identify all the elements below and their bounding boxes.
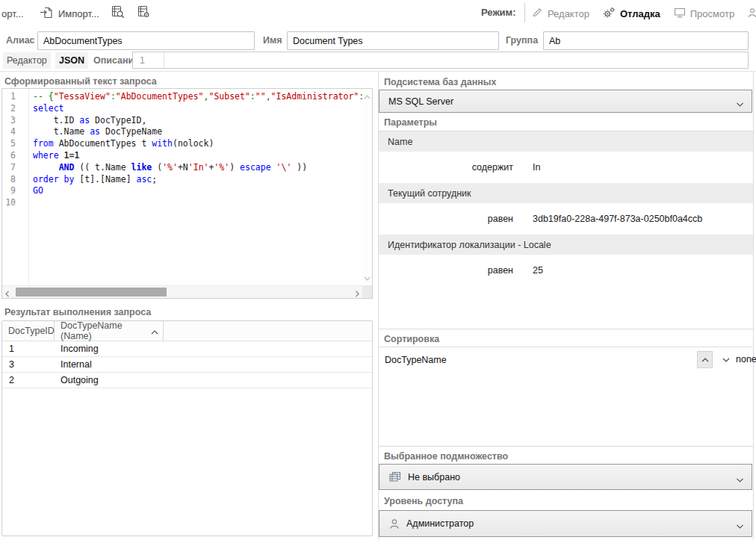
query-settings-button[interactable] [137, 4, 152, 23]
scroll-down-icon[interactable] [364, 273, 371, 283]
mode-button-label: Редактор [548, 8, 589, 19]
column-label: DocTypeID [8, 326, 55, 336]
code-line: t.Name as DocTypeName [33, 126, 362, 138]
monitor-icon [674, 7, 686, 20]
table-row[interactable]: 2Outgoing [2, 373, 372, 388]
tab-editor[interactable]: Редактор [3, 52, 51, 69]
code-line: AND (( t.Name like ('%'+N'In'+'%') escap… [33, 162, 362, 174]
export-button-label: орт... [1, 8, 24, 19]
line-number: 4 [2, 126, 16, 138]
sort-ascending-button[interactable] [697, 351, 713, 368]
cell-doctypeid: 2 [2, 375, 55, 385]
line-number: 2 [2, 103, 16, 115]
code-line: select [33, 103, 362, 115]
import-button[interactable]: Импорт... [39, 4, 99, 23]
alias-value: AbDocumentTypes [43, 36, 123, 46]
code-line: -- {"TessaView":"AbDocumentTypes","Subse… [33, 91, 362, 103]
parameter-row: равен3db19fa0-228a-497f-873a-0250bf0a4cc… [379, 203, 753, 235]
parameter-operator: содержит [379, 162, 513, 173]
cell-doctypeid: 1 [2, 344, 55, 354]
line-number: 10 [2, 197, 16, 209]
mode-button-label: Просмотр [690, 8, 734, 19]
toolbar-divider [524, 3, 525, 22]
group-value: Ab [549, 36, 560, 46]
line-number: 7 [2, 162, 16, 174]
result-table: DocTypeID DocTypeName (Name) 1Incoming3I… [1, 320, 373, 536]
scrollbar-thumb[interactable] [16, 288, 167, 297]
query-title: Сформированный текст запроса [4, 76, 157, 87]
parameter-group-header: Name [379, 131, 753, 152]
alias-input[interactable]: AbDocumentTypes [37, 31, 255, 50]
cell-doctypename: Outgoing [55, 375, 99, 385]
toolbar: орт... Импорт... Режим: РедакторОтладкаП… [0, 0, 756, 27]
parameter-operator: равен [379, 214, 513, 224]
access-level-dropdown[interactable]: Администратор [379, 510, 752, 537]
sorting-row: DocTypeName none [379, 350, 753, 370]
sql-code[interactable]: -- {"TessaView":"AbDocumentTypes","Subse… [31, 89, 362, 285]
alias-label: Алиас [6, 35, 35, 46]
cell-doctypename: Incoming [55, 344, 99, 354]
result-title: Результат выполнения запроса [4, 307, 151, 317]
sorting-direction-value: none [736, 354, 756, 364]
line-number: 1 [2, 91, 16, 103]
result-table-header: DocTypeID DocTypeName (Name) [2, 321, 372, 341]
code-line: order by [t].[Name] asc; [33, 174, 362, 186]
database-search-icon [111, 5, 126, 22]
group-input[interactable]: Ab [543, 31, 749, 50]
parameters-list: NameсодержитInТекущий сотрудникравен3db1… [379, 131, 753, 329]
table-row[interactable]: 1Incoming [2, 341, 372, 357]
parameter-row: равен25 [379, 255, 753, 286]
line-numbers: 12345678910 [2, 89, 29, 285]
export-button[interactable]: орт... [1, 4, 24, 23]
code-line: t.ID as DocTypeID, [33, 115, 362, 127]
scrollbar-corner [362, 285, 372, 298]
line-number: 8 [2, 174, 16, 186]
parameter-value: 3db19fa0-228a-497f-873a-0250bf0a4ccb [533, 214, 702, 224]
name-input[interactable]: Document Types [287, 31, 499, 50]
import-button-label: Импорт... [58, 8, 99, 19]
sql-editor[interactable]: 12345678910 -- {"TessaView":"AbDocumentT… [1, 88, 373, 299]
column-header-doctypeid[interactable]: DocTypeID [2, 321, 55, 341]
database-subsystem-label: Подсистема баз данных [384, 77, 496, 87]
mode-button-monitor[interactable]: Просмотр [674, 7, 734, 20]
chevron-up-icon [151, 326, 158, 337]
scroll-left-icon[interactable] [4, 289, 10, 300]
parameter-value: 25 [533, 265, 543, 276]
sorting-panel: DocTypeName none [379, 347, 753, 447]
selected-subset-dropdown[interactable]: Не выбрано [379, 464, 752, 490]
mode-button-pencil[interactable]: Редактор [532, 7, 589, 20]
line-number: 5 [2, 138, 16, 150]
scroll-up-icon[interactable] [364, 91, 371, 102]
tab-json[interactable]: JSON [55, 52, 88, 69]
mode-button-label: Отладка [620, 8, 660, 19]
code-line: GO [33, 185, 362, 197]
database-subsystem-dropdown[interactable]: MS SQL Server [379, 90, 752, 113]
scroll-right-icon[interactable] [354, 289, 360, 300]
subset-table-icon [388, 471, 402, 482]
test-query-button[interactable] [111, 4, 126, 23]
parameter-group-header: Текущий сотрудник [379, 183, 753, 203]
mode-button-gears[interactable]: Отладка [603, 7, 660, 21]
view-editor-window: орт... Импорт... Режим: РедакторОтладкаП… [0, 0, 756, 540]
parameter-value: In [533, 162, 540, 173]
name-value: Document Types [293, 36, 363, 46]
database-subsystem-value: MS SQL Server [388, 96, 453, 107]
chevron-down-icon [736, 475, 744, 485]
access-level-label: Уровень доступа [384, 496, 463, 506]
table-row[interactable]: 3Internal [2, 357, 372, 373]
horizontal-scrollbar[interactable] [2, 285, 362, 298]
database-gear-icon [137, 5, 152, 22]
sorting-label: Сортировка [384, 334, 439, 344]
sort-descending-button[interactable] [718, 351, 734, 368]
column-header-doctypename[interactable]: DocTypeName (Name) [55, 321, 164, 341]
selected-subset-label: Выбранное подмножество [384, 451, 508, 462]
right-panel: Подсистема баз данных MS SQL Server Пара… [378, 72, 754, 540]
vertical-scrollbar[interactable] [362, 89, 372, 285]
mode-button-roles[interactable]: Роли [748, 7, 756, 20]
splitter-handle[interactable] [164, 53, 164, 67]
parameter-group-header: Идентификатор локализации - Locale [379, 235, 753, 255]
code-line: where 1=1 [33, 150, 362, 162]
description-input[interactable]: 1 [132, 52, 749, 69]
parameters-label: Параметры [384, 117, 437, 128]
name-label: Имя [263, 35, 282, 46]
